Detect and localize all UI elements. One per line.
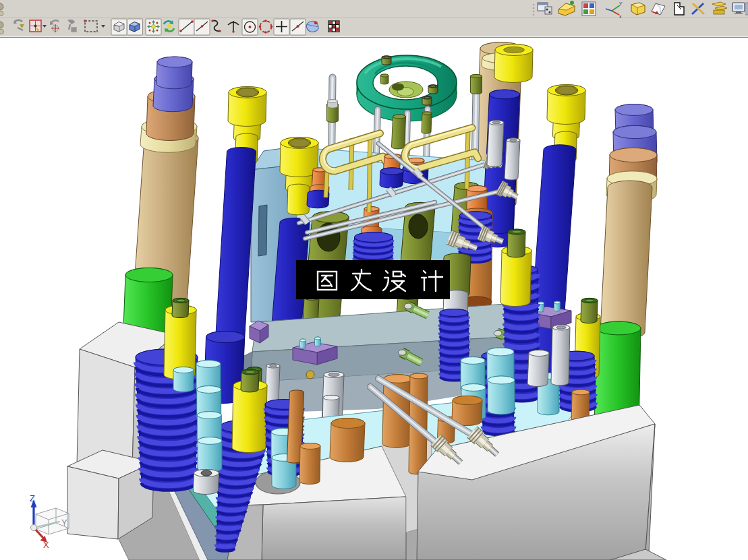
svg-text:Y: Y	[61, 518, 67, 528]
svg-text:Z: Z	[30, 493, 35, 503]
svg-text:Y: Y	[619, 1, 623, 6]
svg-text:x: x	[619, 14, 622, 19]
svg-text:X: X	[43, 540, 49, 550]
